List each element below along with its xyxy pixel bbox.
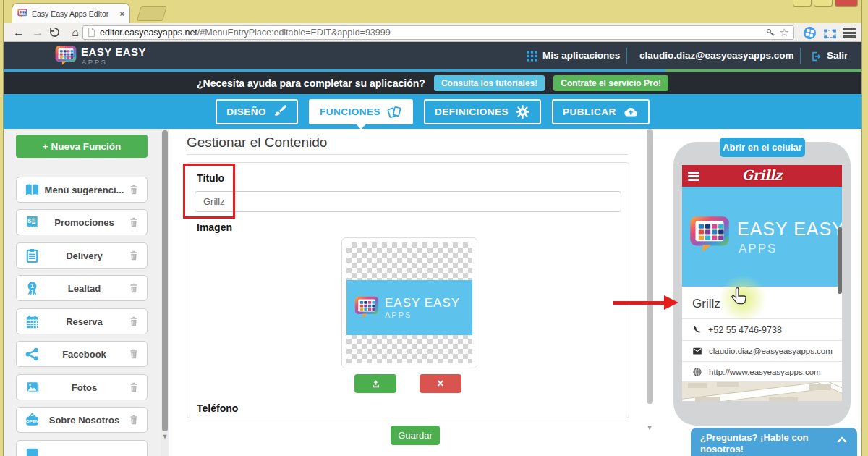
window-maximize-button[interactable] [814, 0, 833, 7]
reload-icon[interactable] [49, 27, 60, 41]
navbar-divider [626, 48, 627, 64]
tab-definiciones[interactable]: DEFINICIONES [424, 99, 541, 124]
key-icon[interactable] [766, 28, 775, 38]
bookmark-star-icon[interactable]: ☆ [780, 26, 789, 39]
tab-diseno-label: DISEÑO [226, 106, 266, 117]
medal-icon: 1 [24, 280, 41, 297]
chat-widget[interactable]: ¿Preguntas? ¡Hable con nosotros! [691, 428, 857, 456]
sidebar-item-reserva[interactable]: Reserva [16, 308, 148, 334]
desktop-background [0, 0, 868, 23]
tab-publicar-label: PUBLICAR [563, 106, 616, 117]
logout-link[interactable]: Salir [827, 50, 848, 61]
main-scroll-down-icon[interactable]: ▼ [645, 424, 654, 431]
trash-icon[interactable] [128, 414, 140, 426]
new-function-button[interactable]: + Nueva Función [16, 135, 148, 158]
sidebar-item-delivery[interactable]: Delivery [16, 242, 148, 269]
map-preview[interactable] [682, 382, 842, 401]
tab-close-icon[interactable]: × [120, 9, 124, 18]
calendar-icon [24, 313, 41, 330]
phone-icon [692, 325, 702, 334]
delete-image-button[interactable]: × [420, 374, 461, 393]
browser-menu-icon[interactable] [843, 28, 856, 39]
photos-icon [24, 379, 41, 396]
tab-funciones-label: FUNCIONES [320, 106, 380, 117]
globe-icon [692, 367, 702, 377]
tab-funciones[interactable]: FUNCIONES [309, 99, 413, 124]
phone-app-title: Grillz [682, 167, 842, 182]
sidebar-item-lealtad[interactable]: 1 Lealtad [16, 275, 148, 301]
brush-icon [273, 104, 287, 119]
feature-icon [24, 445, 41, 456]
contact-website: http://www.easyeasyapps.com [709, 368, 821, 376]
page-icon [88, 28, 95, 37]
titulo-input[interactable] [195, 191, 621, 212]
open-on-phone-button[interactable]: Abrir en el celular [720, 138, 805, 157]
sidebar-item-fotos[interactable]: Fotos [16, 374, 148, 400]
sidebar-scrollbar-thumb[interactable] [162, 130, 168, 431]
trash-icon[interactable] [128, 282, 140, 294]
share-icon [24, 346, 41, 363]
save-button[interactable]: Guardar [391, 426, 440, 445]
sidebar-scroll-down-icon[interactable]: ▼ [161, 433, 169, 440]
tutorials-button[interactable]: Consulta los tutoriales! [434, 75, 545, 91]
annotation-arrow-head [664, 295, 678, 310]
user-email: claudio.diaz@easyeasyapps.com [639, 50, 794, 61]
title-divider [187, 154, 628, 155]
help-bar: ¿Necesita ayuda para completar su aplica… [4, 72, 861, 94]
image-brand-subtext: APPS [385, 311, 460, 319]
trash-icon[interactable] [128, 316, 140, 327]
cursor-pointer [731, 287, 748, 310]
sidebar-item-menu-sugerencias[interactable]: Menú sugerenci... [16, 177, 148, 203]
telefono-label: Teléfono [197, 402, 238, 414]
sidebar-item-sobre-nosotros[interactable]: OPEN Sobre Nosotros [16, 407, 148, 433]
sidebar-item-label: Fotos [41, 382, 128, 393]
window-close-button[interactable] [835, 0, 858, 7]
delete-icon: × [437, 377, 443, 390]
my-apps-link[interactable]: Mis aplicaciones [542, 50, 620, 61]
back-icon[interactable]: ← [10, 24, 27, 41]
home-icon[interactable]: ⌂ [67, 24, 84, 41]
desktop-background [0, 0, 4, 456]
easyeasyapps-logo-icon [689, 216, 730, 256]
forward-icon[interactable]: → [29, 24, 46, 41]
medal-number-glyph: 1 [30, 283, 34, 290]
sidebar-item-label: Delivery [41, 250, 128, 261]
apps-grid-icon[interactable] [527, 51, 537, 64]
image-brand-text: EASY EASY [385, 296, 460, 311]
tab-diseno[interactable]: DISEÑO [216, 99, 298, 124]
sidebar-item-promociones[interactable]: $ Promociones [16, 209, 148, 235]
phone-contact-row-email[interactable]: claudio.diaz@easyeasyapps.com [682, 340, 842, 361]
window-minimize-button[interactable] [793, 0, 812, 7]
extension-pinwheel-icon[interactable] [803, 26, 817, 40]
phone-contact-row-website[interactable]: http://www.easyeasyapps.com [682, 361, 842, 382]
chevron-up-icon[interactable] [837, 436, 847, 443]
trash-icon[interactable] [128, 381, 140, 393]
phone-scrollbar-thumb[interactable] [838, 227, 842, 294]
url-path: /#MenuEntryPlace:editable=EDIT&appId=939… [197, 28, 391, 38]
sidebar-item-partial[interactable] [16, 440, 148, 456]
trash-icon[interactable] [128, 348, 140, 360]
extension-capture-icon[interactable] [823, 27, 837, 43]
phone-banner-subtext: APPS [739, 242, 777, 256]
gear-icon [515, 104, 530, 119]
pro-service-button[interactable]: Contrate el servicio Pro! [553, 75, 668, 91]
sidebar-item-label: Reserva [41, 316, 128, 327]
trash-icon[interactable] [128, 250, 140, 261]
open-sign-text: OPEN [26, 418, 38, 423]
favicon-easyeasyapps [17, 9, 27, 18]
browser-tab[interactable]: Easy Easy Apps Editor × [12, 3, 130, 23]
envelope-icon [692, 346, 702, 356]
tab-definiciones-label: DEFINICIONES [435, 106, 509, 117]
clipboard-icon [24, 248, 41, 264]
main-scrollbar-thumb[interactable] [647, 129, 653, 404]
tab-publicar[interactable]: PUBLICAR [552, 99, 650, 124]
desktop-background [861, 0, 868, 456]
logout-icon[interactable] [810, 51, 822, 65]
upload-image-button[interactable] [354, 374, 396, 393]
address-bar[interactable]: editor.easyeasyapps.net/#MenuEntryPlace:… [82, 25, 794, 40]
trash-icon[interactable] [128, 184, 140, 195]
sidebar-item-facebook[interactable]: Facebook [16, 341, 148, 367]
new-tab-button[interactable] [137, 6, 167, 21]
trash-icon[interactable] [128, 216, 140, 228]
phone-contact-row-phone[interactable]: +52 55 4746-9738 [682, 318, 842, 340]
